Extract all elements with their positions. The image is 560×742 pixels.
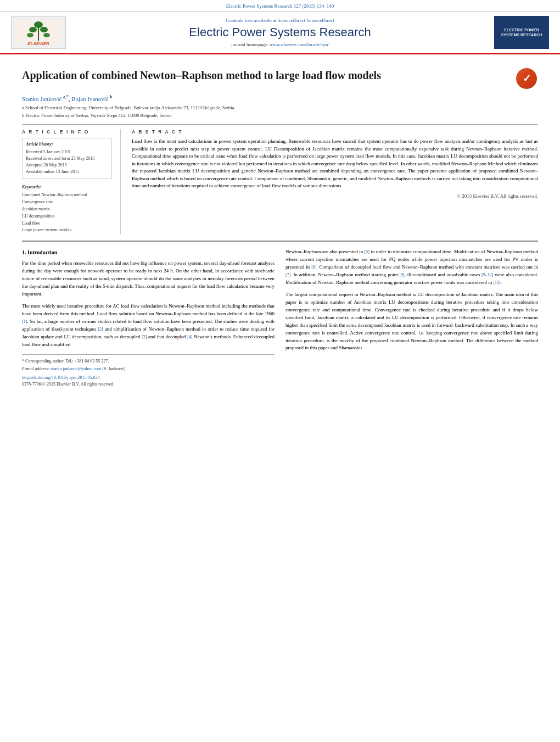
svg-point-3	[29, 27, 37, 32]
journal-header: ELSEVIER Contents lists available at Sci…	[0, 12, 560, 54]
ref-2-link[interactable]: [2]	[98, 327, 103, 332]
ref-8-link[interactable]: [8]	[399, 272, 404, 277]
crossmark-badge: ✓	[516, 68, 538, 90]
journal-citation-bar: Electric Power Systems Research 127 (201…	[0, 0, 560, 12]
affiliations: a School of Electrical Engineering, Univ…	[22, 105, 538, 119]
elsevier-logo: ELSEVIER	[11, 16, 66, 49]
history-received: Received 5 January 2015	[26, 149, 108, 155]
doi-link[interactable]: http://dx.doi.org/10.1016/j.epsr.2015.05…	[22, 375, 99, 380]
body-left-col: 1. Introduction For the time period when…	[22, 248, 275, 387]
keywords-title: Keywords:	[22, 185, 112, 189]
author-stanko-sup: a,*	[63, 94, 69, 99]
author-bojan: Bojan Ivanović	[71, 96, 109, 102]
crossmark-icon: ✓	[516, 68, 537, 89]
author-stanko: Stanko Janković	[22, 96, 61, 102]
affiliation-a: a School of Electrical Engineering, Univ…	[22, 105, 538, 111]
elsevier-logo-svg: ELSEVIER	[14, 18, 63, 48]
keyword-6: Large power system models	[22, 227, 112, 234]
history-accepted: Accepted 26 May 2015	[26, 162, 108, 169]
journal-citation-text: Electric Power Systems Research 127 (201…	[226, 3, 334, 9]
ref-5-link[interactable]: [5]	[365, 249, 369, 254]
intro-heading: 1. Introduction	[22, 248, 275, 256]
svg-point-5	[27, 33, 33, 37]
sciencedirect-link: Contents lists available at ScienceDirec…	[66, 18, 494, 23]
abstract-title: A B S T R A C T	[132, 129, 538, 135]
doi-line: http://dx.doi.org/10.1016/j.epsr.2015.05…	[22, 375, 275, 381]
keyword-4: LU decomposition	[22, 213, 112, 220]
abstract-col: A B S T R A C T Load flow is the most us…	[132, 129, 538, 234]
intro-para-1: For the time period when renewable resou…	[22, 260, 275, 298]
article-title: Application of combined Newton–Raphson m…	[22, 68, 508, 82]
keyword-1: Combined Newton–Raphson method	[22, 192, 112, 199]
authors-line: Stanko Janković a,*, Bojan Ivanović b	[22, 94, 538, 102]
keywords-section: Keywords: Combined Newton–Raphson method…	[22, 185, 112, 234]
journal-title: Electric Power Systems Research	[66, 25, 494, 40]
ref-13-link[interactable]: [13]	[493, 280, 500, 285]
body-right-col: Newton–Raphson are also presented in [5]…	[285, 248, 538, 387]
ref-9-12-link[interactable]: [9–12]	[481, 272, 493, 277]
article-info-title: A R T I C L E I N F O	[22, 129, 112, 135]
ref-7-link[interactable]: [7]	[285, 272, 290, 277]
epsr-logo: ELECTRIC POWER SYSTEMS RESEARCH	[494, 16, 549, 49]
main-content: Application of combined Newton–Raphson m…	[0, 54, 560, 396]
history-revised: Received in revised form 25 May 2015	[26, 155, 108, 162]
ref-3-link[interactable]: [3]	[142, 334, 147, 339]
sciencedirect-anchor[interactable]: ScienceDirect	[306, 18, 334, 23]
svg-point-6	[43, 33, 50, 37]
ref-4-link[interactable]: [4]	[187, 334, 192, 339]
keyword-5: Load flow	[22, 220, 112, 227]
article-history-box: Article history: Received 5 January 2015…	[22, 138, 112, 179]
keyword-3: Jacobian matrix	[22, 206, 112, 213]
journal-homepage: journal homepage: www.elsevier.com/locat…	[66, 42, 494, 47]
epsr-logo-text: ELECTRIC POWER SYSTEMS RESEARCH	[496, 27, 547, 37]
right-para-1: Newton–Raphson are also presented in [5]…	[285, 248, 538, 287]
history-online: Available online 13 June 2015	[26, 169, 108, 175]
article-title-section: Application of combined Newton–Raphson m…	[22, 68, 538, 90]
footnote-email: E-mail address: stanka.jankavic@yahoo.co…	[22, 366, 275, 372]
keyword-2: Convergence rate	[22, 199, 112, 206]
svg-point-2	[34, 21, 43, 28]
abstract-text: Load flow is the most used calculations …	[132, 138, 538, 190]
journal-url[interactable]: www.elsevier.com/locate/epsr	[270, 42, 329, 47]
article-info-col: A R T I C L E I N F O Article history: R…	[22, 129, 121, 234]
svg-text:ELSEVIER: ELSEVIER	[27, 41, 49, 46]
two-column-body: 1. Introduction For the time period when…	[22, 248, 538, 387]
intro-para-2: The most widely used iterative procedure…	[22, 303, 275, 349]
body-divider	[22, 241, 538, 242]
footnote-area: * Corresponding author. Tel.: +381 64 63…	[22, 354, 275, 388]
ref-1-link[interactable]: [1]	[22, 319, 27, 324]
author-bojan-sup: b	[110, 94, 113, 99]
article-info-abstract: A R T I C L E I N F O Article history: R…	[22, 129, 538, 234]
copyright-line: © 2015 Elsevier B.V. All rights reserved…	[132, 193, 538, 199]
footnote-corresponding: * Corresponding author. Tel.: +381 64 63…	[22, 358, 275, 365]
right-para-2: The largest computational request in New…	[285, 291, 538, 353]
divider-1	[22, 124, 538, 125]
ref-6-link[interactable]: [6]	[311, 265, 316, 270]
issn-line: 0378-7796/© 2015 Elsevier B.V. All right…	[22, 381, 275, 388]
footnote-email-link[interactable]: stanka.jankavic@yahoo.com	[51, 366, 101, 371]
history-title: Article history:	[26, 142, 108, 147]
svg-point-4	[40, 27, 48, 32]
affiliation-b: b Electric Power Industry of Serbia, Voj…	[22, 113, 538, 119]
journal-header-center: Contents lists available at ScienceDirec…	[66, 18, 494, 47]
